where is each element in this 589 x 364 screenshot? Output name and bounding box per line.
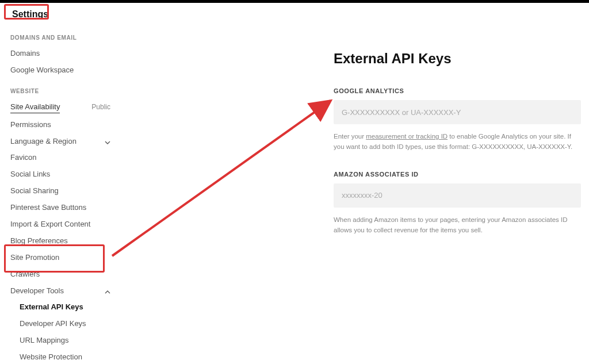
sidebar-item-permissions[interactable]: Permissions xyxy=(10,117,110,133)
site-availability-badge: Public xyxy=(91,103,110,112)
sidebar-item-language-region[interactable]: Language & Region xyxy=(10,133,110,150)
sidebar-item-blog-preferences[interactable]: Blog Preferences xyxy=(10,233,110,250)
sidebar-item-developer-tools[interactable]: Developer Tools xyxy=(10,283,110,300)
chevron-down-icon xyxy=(105,139,110,144)
sidebar-section-website: WEBSITE xyxy=(10,88,110,94)
google-analytics-help: Enter your measurement or tracking ID to… xyxy=(334,131,581,152)
page-heading: External API Keys xyxy=(334,51,581,67)
sidebar-item-social-sharing[interactable]: Social Sharing xyxy=(10,183,110,200)
sidebar-item-import-export-content[interactable]: Import & Export Content xyxy=(10,216,110,233)
chevron-up-icon xyxy=(105,288,110,294)
settings-sidebar: DOMAINS AND EMAIL Domains Google Workspa… xyxy=(0,28,121,364)
amazon-associates-help: When adding Amazon items to your pages, … xyxy=(334,214,581,236)
sidebar-item-google-workspace[interactable]: Google Workspace xyxy=(10,62,110,79)
sidebar-item-external-api-keys[interactable]: External API Keys xyxy=(20,299,110,316)
google-analytics-label: GOOGLE ANALYTICS xyxy=(334,87,581,94)
measurement-tracking-link[interactable]: measurement or tracking ID xyxy=(366,133,448,140)
developer-tools-sublist: External API Keys Developer API Keys URL… xyxy=(10,299,110,364)
sidebar-item-site-availability[interactable]: Site Availability Public xyxy=(10,99,110,117)
page-title: Settings xyxy=(9,7,52,22)
top-bar xyxy=(0,0,589,3)
sidebar-item-social-links[interactable]: Social Links xyxy=(10,166,110,183)
sidebar-item-pinterest-save-buttons[interactable]: Pinterest Save Buttons xyxy=(10,200,110,216)
sidebar-item-crawlers[interactable]: Crawlers xyxy=(10,266,110,283)
sidebar-item-favicon[interactable]: Favicon xyxy=(10,150,110,166)
sidebar-item-url-mappings[interactable]: URL Mappings xyxy=(20,332,110,349)
sidebar-item-website-protection[interactable]: Website Protection xyxy=(20,349,110,364)
sidebar-item-domains[interactable]: Domains xyxy=(10,45,110,62)
amazon-associates-label: AMAZON ASSOCIATES ID xyxy=(334,171,581,178)
google-analytics-input[interactable] xyxy=(334,100,581,124)
sidebar-item-developer-api-keys[interactable]: Developer API Keys xyxy=(20,316,110,332)
sidebar-section-domains-email: DOMAINS AND EMAIL xyxy=(10,35,110,41)
main-content: External API Keys GOOGLE ANALYTICS Enter… xyxy=(132,28,589,254)
amazon-associates-input[interactable] xyxy=(334,183,581,208)
sidebar-item-site-promotion[interactable]: Site Promotion xyxy=(10,250,110,266)
